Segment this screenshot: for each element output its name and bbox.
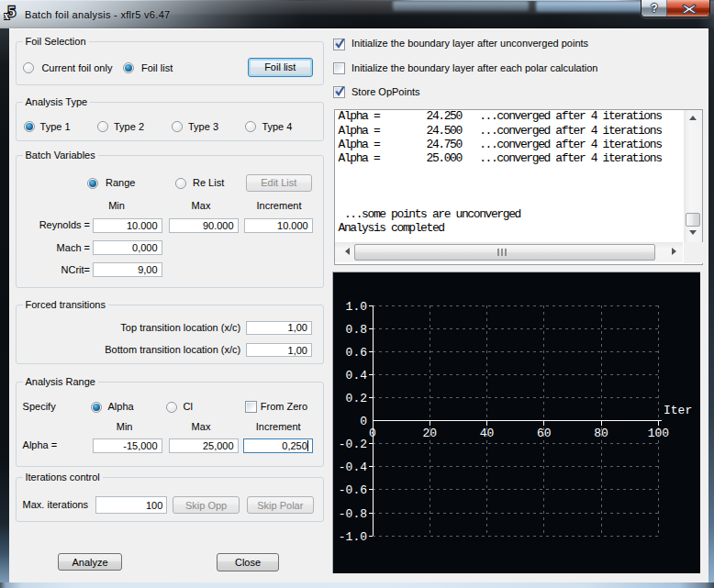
svg-text:x: x: [4, 9, 9, 20]
svg-text:20: 20: [422, 427, 437, 440]
svg-text:100: 100: [648, 427, 669, 440]
svg-text:-1.0: -1.0: [339, 530, 367, 544]
svg-text:40: 40: [480, 427, 495, 440]
svg-text:0.2: 0.2: [346, 392, 367, 405]
svg-text:80: 80: [594, 427, 608, 440]
svg-text:Iter: Iter: [664, 404, 692, 417]
svg-text:60: 60: [537, 427, 552, 440]
svg-text:0.8: 0.8: [346, 323, 367, 337]
svg-text:-0.6: -0.6: [339, 483, 367, 497]
svg-text:0: 0: [369, 427, 376, 440]
svg-text:0.4: 0.4: [346, 369, 368, 383]
svg-text:0.6: 0.6: [346, 346, 367, 360]
svg-text:0: 0: [360, 415, 367, 428]
svg-text:-0.2: -0.2: [339, 438, 367, 451]
svg-text:-0.4: -0.4: [339, 460, 367, 474]
svg-text:1.0: 1.0: [346, 300, 367, 314]
svg-text:-0.8: -0.8: [339, 507, 367, 521]
